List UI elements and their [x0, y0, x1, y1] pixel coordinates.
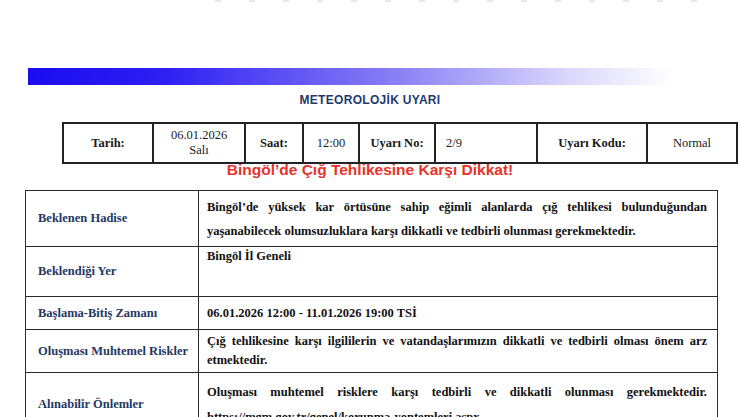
protection-methods-link[interactable]: https://mgm.gov.tr/genel/korunma-yonteml…: [207, 405, 707, 417]
precautions-content: Oluşması muhtemel risklere karşı tedbirl…: [199, 373, 718, 417]
decorative-gradient-bar: [28, 68, 700, 85]
start-end-time-content: 06.01.2026 12:00 - 11.01.2026 19:00 TSİ: [199, 297, 718, 330]
warning-no-label: Uyarı No:: [359, 123, 435, 163]
precautions-line-1: Oluşması muhtemel risklere karşı tedbirl…: [207, 380, 707, 405]
date-label: Tarih:: [63, 123, 153, 163]
row-precautions: Alınabilir Önlemler Oluşması muhtemel ri…: [26, 373, 718, 417]
warning-code-value: Normal: [647, 123, 737, 163]
row-expected-location: Beklendiği Yer Bingöl İl Geneli: [26, 247, 718, 297]
row-expected-event: Beklenen Hadise Bingöl’de yüksek kar ört…: [26, 191, 718, 247]
date-value-date: 06.01.2026: [156, 128, 242, 143]
expected-event-line-1: Bingöl’de yüksek kar örtüsüne sahip eğim…: [207, 195, 707, 219]
time-value: 12:00: [303, 123, 359, 163]
possible-risks-content: Çığ tehlikesine karşı ilgililerin ve vat…: [199, 330, 718, 373]
possible-risks-label: Oluşması Muhtemel Riskler: [26, 330, 199, 373]
meta-row: Tarih: 06.01.2026 Salı Saat: 12:00 Uyarı…: [63, 123, 737, 163]
row-start-end-time: Başlama-Bitiş Zamanı 06.01.2026 12:00 - …: [26, 297, 718, 330]
expected-event-label: Beklenen Hadise: [26, 191, 199, 247]
date-value-day: Salı: [156, 143, 242, 158]
possible-risks-line-1: Çığ tehlikesine karşı ilgililerin ve vat…: [207, 332, 707, 351]
time-label: Saat:: [245, 123, 303, 163]
expected-location-content: Bingöl İl Geneli: [199, 247, 718, 297]
warning-code-label: Uyarı Kodu:: [537, 123, 647, 163]
start-end-time-label: Başlama-Bitiş Zamanı: [26, 297, 199, 330]
warning-details-table: Beklenen Hadise Bingöl’de yüksek kar ört…: [25, 190, 718, 417]
precautions-label: Alınabilir Önlemler: [26, 373, 199, 417]
cropped-text-artifacts: [215, 0, 725, 2]
alert-headline: Bingöl’de Çığ Tehlikesine Karşı Dikkat!: [0, 161, 740, 179]
warning-no-value: 2/9: [435, 123, 537, 163]
document-title: METEOROLOJİK UYARI: [0, 93, 740, 107]
expected-event-line-2: yaşanabilecek olumsuzluklara karşı dikka…: [207, 219, 707, 243]
expected-event-content: Bingöl’de yüksek kar örtüsüne sahip eğim…: [199, 191, 718, 247]
possible-risks-line-2: etmektedir.: [207, 351, 707, 370]
date-value: 06.01.2026 Salı: [153, 123, 245, 163]
expected-location-label: Beklendiği Yer: [26, 247, 199, 297]
row-possible-risks: Oluşması Muhtemel Riskler Çığ tehlikesin…: [26, 330, 718, 373]
warning-meta-table: Tarih: 06.01.2026 Salı Saat: 12:00 Uyarı…: [62, 122, 738, 164]
